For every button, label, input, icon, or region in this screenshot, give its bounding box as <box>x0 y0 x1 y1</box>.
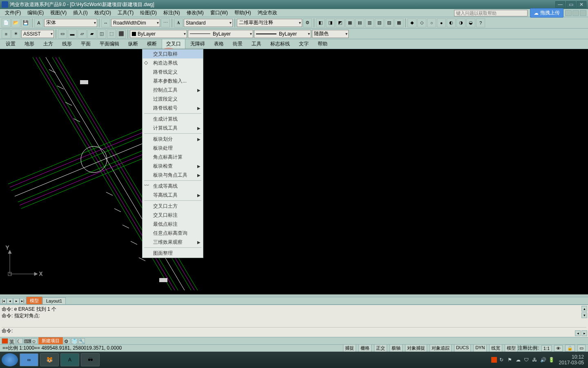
ime-sogou-icon[interactable] <box>2 338 8 344</box>
dd-gencalc[interactable]: 生成计算线 <box>143 114 203 123</box>
ime-lang[interactable]: 英 <box>9 338 16 344</box>
minimize-button[interactable]: — <box>555 1 565 8</box>
ribbon-table[interactable]: 表格 <box>210 39 228 49</box>
layercolor-combo[interactable]: ByLayer <box>130 30 187 38</box>
font-combo[interactable]: 宋体 <box>44 19 97 27</box>
ime-face-icon[interactable]: ☺ <box>31 338 38 344</box>
cmd-scroll-left[interactable]: ◂ <box>575 330 581 336</box>
status-osnap[interactable]: 对象捕捉 <box>405 344 427 352</box>
dim-icon[interactable]: ↔ <box>101 18 110 27</box>
dd-gencontour[interactable]: 〰生成等高线 <box>143 182 203 191</box>
dd-3dview[interactable]: 三维效果观察▶ <box>143 238 203 247</box>
ws-gear-icon[interactable]: ⚙ <box>303 18 312 27</box>
ribbon-cross[interactable]: 横断 <box>143 39 161 49</box>
ime-moon-icon[interactable]: ☾ <box>16 338 23 344</box>
tray-flag-icon[interactable]: ⚑ <box>508 357 513 363</box>
tool-05[interactable]: ▤ <box>355 18 364 27</box>
ime-shirt-icon[interactable]: 👕 <box>71 338 78 344</box>
ime-project-tab[interactable]: 新建项目 <box>38 337 63 344</box>
menu-hongye[interactable]: 鸿业市政 <box>254 9 281 17</box>
linetype-combo[interactable]: ByLayer <box>188 30 253 38</box>
lt-02[interactable]: ▬ <box>68 29 77 38</box>
status-ducs[interactable]: DUCS <box>454 344 471 352</box>
dd-corner[interactable]: 角点标高计算 <box>143 153 203 162</box>
start-button[interactable] <box>2 353 18 366</box>
tool-13[interactable]: ● <box>437 18 446 27</box>
tool-14[interactable]: ◐ <box>447 18 456 27</box>
tray-net-icon[interactable]: 🖧 <box>532 357 538 363</box>
status-snap[interactable]: 捕捉 <box>343 344 356 352</box>
menu-help[interactable]: 帮助(H) <box>231 9 254 17</box>
tool-06[interactable]: ▥ <box>365 18 374 27</box>
tab-first[interactable]: |◂ <box>0 298 7 304</box>
ribbon-settings[interactable]: 设置 <box>2 39 20 49</box>
tool-08[interactable]: ▨ <box>385 18 394 27</box>
new-icon[interactable]: 📄 <box>2 18 11 27</box>
doc-restore-button[interactable] <box>572 10 579 16</box>
help-search-input[interactable] <box>454 10 528 16</box>
layer-state-icon[interactable]: ☀ <box>11 29 20 38</box>
ribbon-street[interactable]: 街景 <box>229 39 247 49</box>
save-icon[interactable]: 💾 <box>21 18 30 27</box>
workspace-combo[interactable]: 二维草图与注释 <box>237 19 302 27</box>
ribbon-earthwork[interactable]: 土方 <box>39 39 57 49</box>
textstyle-combo[interactable]: Standard <box>184 19 233 27</box>
dd-slabcheck[interactable]: 板块检查▶ <box>143 162 203 171</box>
tool-12[interactable]: ○ <box>427 18 436 27</box>
tool-02[interactable]: ◨ <box>326 18 335 27</box>
menu-format[interactable]: 格式(O) <box>91 9 114 17</box>
menu-file[interactable]: 文件(F) <box>2 9 24 17</box>
ribbon-terrain[interactable]: 地形 <box>20 39 38 49</box>
tray-shield-icon[interactable]: 🛡 <box>524 357 530 363</box>
ribbon-help[interactable]: 帮助 <box>314 39 332 49</box>
ribbon-profile[interactable]: 纵断 <box>124 39 142 49</box>
tab-prev[interactable]: ◂ <box>7 298 13 304</box>
task-app3[interactable]: 🕶 <box>81 353 100 366</box>
tool-01[interactable]: ◧ <box>316 18 325 27</box>
menu-dimension[interactable]: 标注(N) <box>160 9 183 17</box>
tool-04[interactable]: ▦ <box>345 18 354 27</box>
layer-combo[interactable]: ASSIST <box>21 30 54 38</box>
dd-calctools[interactable]: 计算线工具▶ <box>143 123 203 132</box>
task-autocad[interactable]: A <box>60 353 79 366</box>
tool-15[interactable]: ◑ <box>457 18 466 27</box>
status-ortho[interactable]: 正交 <box>374 344 387 352</box>
lt-04[interactable]: ▰ <box>87 29 96 38</box>
tray-vol-icon[interactable]: 🔊 <box>540 357 546 363</box>
anno-vis-icon[interactable]: 👁 <box>554 345 563 352</box>
tool-10[interactable]: ◆ <box>408 18 416 27</box>
menu-tools[interactable]: 工具(T) <box>114 9 137 17</box>
lt-03[interactable]: ▱ <box>78 29 87 38</box>
dd-spine[interactable]: 路脊线定义 <box>143 67 203 76</box>
dd-slab[interactable]: 板块划分▶ <box>143 135 203 144</box>
dd-cleanup[interactable]: 图面整理 <box>143 249 203 258</box>
tool-07[interactable]: ▧ <box>375 18 384 27</box>
menu-window[interactable]: 窗口(W) <box>207 9 231 17</box>
tab-model[interactable]: 模型 <box>26 296 42 305</box>
lt-01[interactable]: ▭ <box>58 29 67 38</box>
status-dyn[interactable]: DYN <box>473 344 487 352</box>
colorsel-combo[interactable]: 随颜色 <box>312 30 349 38</box>
layer-manager-icon[interactable]: ≡ <box>2 29 11 38</box>
cmd-scroll-right[interactable]: ▸ <box>581 330 587 336</box>
tray-batt-icon[interactable]: 🔋 <box>548 357 554 363</box>
task-app2[interactable]: 🐯 <box>40 353 59 366</box>
menu-insert[interactable]: 插入(I) <box>70 9 91 17</box>
close-button[interactable]: ✕ <box>577 1 586 8</box>
cmd-scroll-down[interactable]: ▾ <box>581 312 587 318</box>
ribbon-planedit[interactable]: 平面编辑 <box>96 39 123 49</box>
doc-close-button[interactable] <box>580 10 586 16</box>
help-icon[interactable]: ? <box>476 18 485 27</box>
dd-lowpt[interactable]: 最低点标注 <box>143 220 203 229</box>
dd-slabproc[interactable]: 板块处理 <box>143 144 203 153</box>
status-lwt[interactable]: 线宽 <box>489 344 502 352</box>
anno-lock-icon[interactable]: 🔒 <box>565 345 575 352</box>
ribbon-accessible[interactable]: 无障碍 <box>186 39 209 49</box>
tray-clock[interactable]: 10:12 2017-03-05 <box>557 354 586 366</box>
status-otrack[interactable]: 对象追踪 <box>430 344 452 352</box>
dd-slabcorner[interactable]: 板块与角点工具▶ <box>143 171 203 180</box>
tool-16[interactable]: ◒ <box>466 18 475 27</box>
command-input-row[interactable]: 命令: <box>2 327 586 334</box>
ribbon-text[interactable]: 文字 <box>295 39 313 49</box>
dimstyle-combo[interactable]: RoadWidthDim <box>111 19 160 27</box>
